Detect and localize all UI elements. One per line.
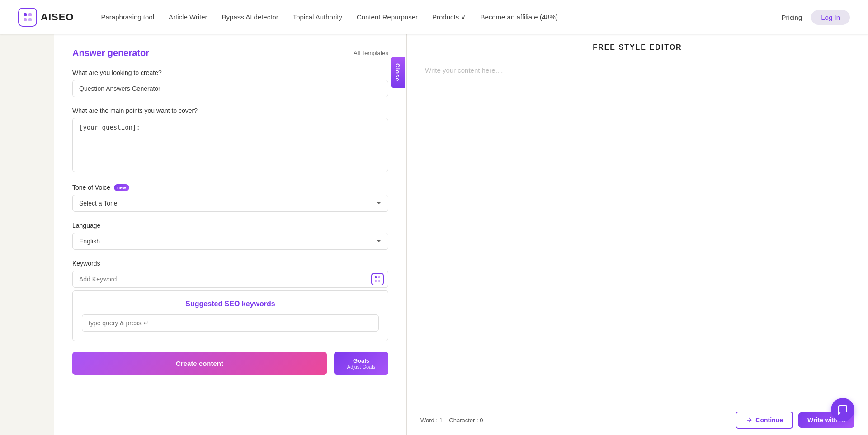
looking-label: What are you looking to create?	[72, 69, 388, 76]
keywords-input-wrapper	[72, 271, 388, 288]
keywords-label: Keywords	[72, 260, 388, 267]
language-label: Language	[72, 222, 388, 229]
navbar-actions: Pricing Log In	[781, 10, 850, 25]
panel-title: Answer generator	[72, 48, 149, 58]
editor-title: FREE STYLE EDITOR	[420, 43, 854, 51]
nav-content-repurposer[interactable]: Content Repurposer	[357, 13, 418, 21]
seo-keywords-box: Suggested SEO keywords	[72, 290, 388, 341]
nav-products[interactable]: Products ∨	[432, 13, 466, 21]
seo-query-input[interactable]	[82, 314, 379, 332]
keywords-input[interactable]	[72, 271, 388, 288]
new-badge: new	[114, 184, 129, 191]
navbar-links: Paraphrasing tool Article Writer Bypass …	[101, 13, 781, 21]
content-panel: Answer generator All Templates What are …	[54, 34, 407, 435]
goals-button[interactable]: Goals Adjust Goals	[334, 352, 388, 375]
nav-bypass-ai[interactable]: Bypass AI detector	[222, 13, 278, 21]
create-content-button[interactable]: Create content	[72, 352, 327, 375]
seo-keywords-title: Suggested SEO keywords	[82, 300, 379, 308]
logo[interactable]: AISEO	[18, 8, 74, 27]
form-group-main-points: What are the main points you want to cov…	[72, 107, 388, 174]
buttons-row: Create content Goals Adjust Goals	[72, 352, 388, 375]
svg-rect-6	[375, 280, 377, 282]
editor-placeholder: Write your content here....	[425, 66, 503, 74]
nav-article-writer[interactable]: Article Writer	[169, 13, 208, 21]
form-group-keywords: Keywords Suggested SEO keywords	[72, 260, 388, 341]
looking-input[interactable]	[72, 80, 388, 97]
left-sidebar	[0, 34, 54, 435]
tone-label: Tone of Voice	[72, 184, 110, 191]
continue-button[interactable]: Continue	[736, 412, 793, 429]
svg-rect-0	[24, 13, 27, 16]
close-tab[interactable]: Close	[391, 57, 405, 88]
editor-panel: Close FREE STYLE EDITOR Write your conte…	[407, 34, 868, 435]
svg-rect-3	[28, 18, 32, 21]
svg-rect-2	[24, 18, 27, 21]
tone-label-row: Tone of Voice new	[72, 184, 388, 191]
pricing-link[interactable]: Pricing	[781, 14, 802, 21]
word-count-text: Word : 1	[420, 417, 443, 424]
editor-header: FREE STYLE EDITOR	[407, 34, 868, 57]
svg-rect-7	[378, 280, 380, 282]
nav-topical-authority[interactable]: Topical Authority	[293, 13, 342, 21]
form-group-looking: What are you looking to create?	[72, 69, 388, 97]
login-button[interactable]: Log In	[811, 10, 850, 25]
form-group-language: Language English Spanish French German I…	[72, 222, 388, 250]
editor-footer: Word : 1 Character : 0 Continue Write wi…	[407, 405, 868, 435]
form-group-tone: Tone of Voice new Select a Tone Formal C…	[72, 184, 388, 212]
editor-body[interactable]: Write your content here....	[407, 57, 868, 405]
svg-rect-1	[28, 13, 32, 16]
main-points-label: What are the main points you want to cov…	[72, 107, 388, 114]
logo-icon	[18, 8, 37, 27]
char-count-text: Character : 0	[449, 417, 483, 424]
all-templates-link[interactable]: All Templates	[354, 50, 388, 56]
svg-rect-4	[375, 276, 377, 278]
main-points-textarea[interactable]: [your question]:	[72, 118, 388, 172]
nav-affiliate[interactable]: Become an affiliate (48%)	[480, 13, 557, 21]
navbar: AISEO Paraphrasing tool Article Writer B…	[0, 0, 868, 34]
tone-select[interactable]: Select a Tone Formal Casual Professional…	[72, 195, 388, 212]
keywords-ai-icon[interactable]	[371, 273, 384, 285]
nav-paraphrasing[interactable]: Paraphrasing tool	[101, 13, 154, 21]
chat-bubble[interactable]	[831, 398, 854, 421]
continue-btn-label: Continue	[755, 416, 783, 424]
panel-header: Answer generator All Templates	[72, 48, 388, 58]
goals-btn-line2: Adjust Goals	[343, 364, 379, 370]
language-select[interactable]: English Spanish French German Italian Po…	[72, 233, 388, 250]
goals-btn-line1: Goals	[343, 357, 379, 364]
main-layout: Answer generator All Templates What are …	[0, 34, 868, 435]
logo-text: AISEO	[41, 11, 74, 23]
svg-rect-5	[378, 276, 380, 278]
word-char-count: Word : 1 Character : 0	[420, 417, 483, 424]
